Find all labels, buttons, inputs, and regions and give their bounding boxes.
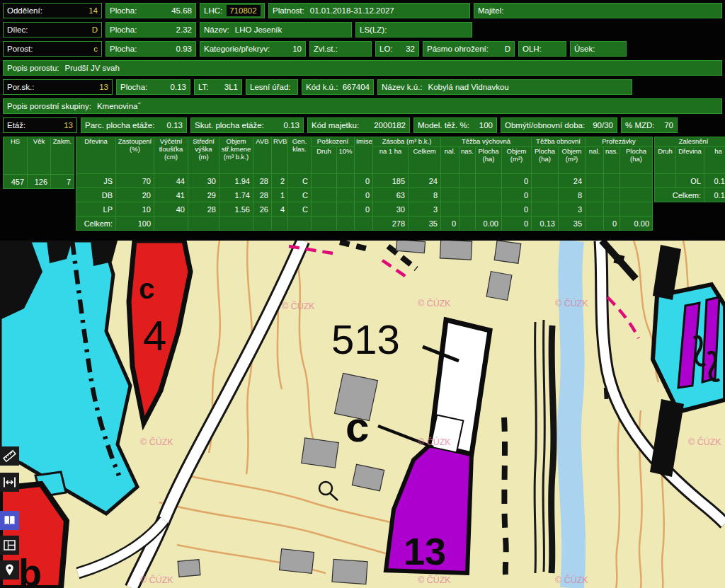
field-value: Kmenovina˝ (97, 102, 140, 110)
table-cell: DB (76, 188, 116, 202)
field-nazev: Název: LHO Jeseník (200, 22, 352, 38)
field-parc-plocha: Parc. plocha etáže: 0.13 (81, 117, 187, 133)
table-cell (272, 217, 288, 231)
field-usek: Úsek: (570, 41, 627, 57)
cuzk-watermark: © ČÚZK (418, 575, 451, 585)
col-zastoupeni: Zastoupení (%) (116, 137, 154, 174)
table-cell: Celkem: (76, 217, 116, 231)
table-cell (459, 174, 476, 188)
table-cell (312, 202, 337, 217)
col-pr-nal: nal. (586, 147, 604, 174)
table-cell (532, 188, 559, 202)
resize-horizontal-button[interactable] (0, 473, 19, 492)
table-cell: 70 (116, 174, 154, 188)
field-label: Kód k.ú.: (306, 83, 338, 91)
field-label: Lesní úřad: (250, 83, 291, 91)
field-lt: LT: 3L1 (194, 79, 242, 95)
col-vek: Věk (28, 137, 51, 175)
field-porsk: Por.sk.: 13 (3, 79, 113, 95)
field-label: Název: (204, 25, 229, 34)
cuzk-watermark: © ČÚZK (140, 437, 173, 447)
panel-row-7: Etáž: 13 Parc. plocha etáže: 0.13 Skut. … (3, 117, 725, 133)
table-cell: 0.00 (476, 217, 502, 231)
table-cell: 2 (272, 174, 288, 188)
field-value: 13 (99, 83, 108, 91)
table-cell: 40 (154, 202, 188, 217)
table-cell: 20 (116, 188, 154, 202)
table-cell: 29 (188, 188, 219, 202)
table-cell (441, 188, 459, 202)
table-cell: 10 (116, 202, 154, 217)
table-cell: 63 (373, 188, 409, 202)
field-label: Plocha: (110, 25, 137, 34)
field-label: Kód majetku: (312, 121, 359, 129)
table-cell (441, 174, 459, 188)
stand-table: Dřevina Zastoupení (%) Výčetní tloušťka … (76, 137, 653, 231)
table-row: Celkem:1002783500.0000.133500.00 (76, 217, 653, 231)
field-value: 14 (89, 6, 98, 15)
table-cell (188, 217, 219, 231)
field-value: 13 (64, 121, 73, 129)
location-pin-button[interactable] (0, 560, 19, 580)
field-value: 667404 (343, 83, 370, 91)
table-cell: 0 (441, 217, 459, 231)
col-imise: Imise (355, 137, 373, 174)
field-label: Model. těž. %: (418, 121, 469, 129)
table-cell (288, 217, 312, 231)
col-drevina: Dřevina (76, 137, 116, 174)
table-cell: 35 (409, 217, 441, 231)
map-book-button[interactable] (0, 511, 19, 530)
stand-tables: HS Věk Zakm. 457 126 7 (3, 137, 725, 231)
table-cell: 0 (502, 202, 532, 217)
table-cell: 1.94 (219, 174, 253, 188)
field-label: Parc. plocha etáže: (85, 121, 154, 129)
table-cell: 278 (373, 217, 409, 231)
table-cell: 30 (188, 174, 219, 188)
col-objem: Objem stř.kmene (m³ b.k.) (219, 137, 253, 174)
field-zvlst: Zvl.st.: (309, 41, 372, 57)
table-cell: Celkem: (655, 188, 704, 202)
colgroup-prorezavky: Prořezávky (586, 137, 653, 147)
table-cell: 0.13 (704, 174, 725, 188)
table-cell (253, 217, 272, 231)
field-value: 0.13 (167, 121, 183, 129)
field-label: Por.sk.: (7, 83, 34, 91)
table-cell: 0.13 (704, 188, 725, 202)
table-cell (476, 188, 502, 202)
field-popis-porostu: Popis porostu: Prudší JV svah (3, 60, 722, 76)
table-header-row: Dřevina Zastoupení (%) Výčetní tloušťka … (76, 137, 653, 147)
table-cell (355, 217, 373, 231)
panel-row-5: Por.sk.: 13 Plocha: 0.13 LT: 3L1 Lesní ú… (3, 79, 725, 95)
field-label: LS(LZ): (360, 25, 387, 34)
field-skut-plocha: Skut. plocha etáže: 0.13 (190, 117, 304, 133)
field-value: 2.32 (176, 25, 192, 34)
layout-grid-button[interactable] (0, 536, 19, 555)
map-canvas[interactable]: 513 c c 4 13 b © ČÚZK © ČÚZK © ČÚZK © ČÚ… (0, 241, 725, 588)
table-row: LP1040281.56264C030303 (76, 202, 653, 217)
table-cell: 8 (559, 188, 586, 202)
app-window: Oddělení: 14 Plocha: 45.68 LHC: 710802 P… (0, 0, 725, 588)
table-cell (604, 174, 620, 188)
field-dilec: Dílec: D (3, 22, 102, 38)
table-row: Celkem: 0.13 (655, 188, 725, 202)
field-lhc: LHC: 710802 (200, 3, 265, 18)
field-label: LT: (198, 83, 209, 91)
field-pasmo: Pásmo ohrožení: D (423, 41, 515, 57)
field-label: LHC: (204, 6, 222, 15)
table-cell (586, 174, 604, 188)
field-plocha-dilec: Plocha: 2.32 (105, 22, 196, 38)
table-cell: 0 (502, 217, 532, 231)
col-zal-ha: ha (704, 147, 725, 174)
table-cell (441, 202, 459, 217)
table-cell: 0 (502, 174, 532, 188)
field-kategorie: Kategorie/překryv: 10 (200, 41, 306, 57)
hs-table: HS Věk Zakm. 457 126 7 (3, 137, 74, 189)
field-obmyti: Obmýtí/obnovní doba: 90/30 (501, 117, 617, 133)
stream (569, 241, 573, 588)
table-cell (586, 188, 604, 202)
field-label: Porost: (7, 45, 33, 53)
table-cell (620, 174, 653, 188)
ruler-tool-button[interactable] (0, 446, 19, 466)
table-cell: 0.13 (532, 217, 559, 231)
field-label: Úsek: (574, 45, 595, 53)
